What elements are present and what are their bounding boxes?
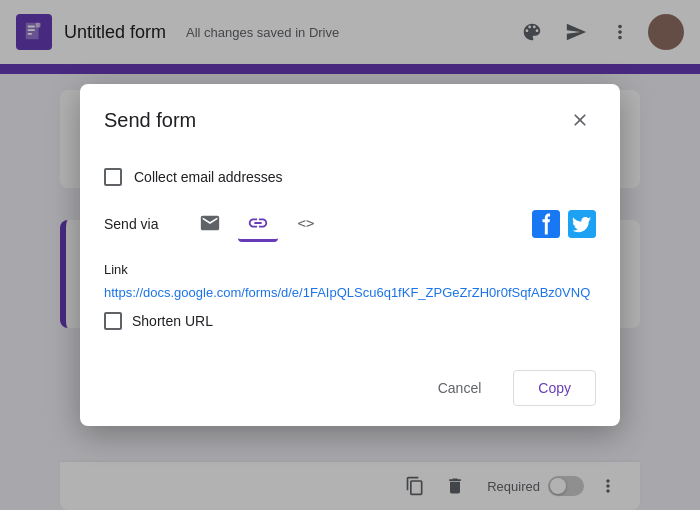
twitter-share-btn[interactable] xyxy=(568,210,596,238)
cancel-button[interactable]: Cancel xyxy=(414,370,506,406)
send-via-row: Send via <> xyxy=(104,206,596,242)
modal-footer: Cancel Copy xyxy=(80,362,620,426)
close-icon xyxy=(570,110,590,130)
shorten-url-row: Shorten URL xyxy=(104,312,596,330)
modal-header: Send form xyxy=(80,84,620,152)
twitter-icon xyxy=(568,210,596,238)
collect-email-label: Collect email addresses xyxy=(134,169,283,185)
collect-email-checkbox[interactable] xyxy=(104,168,122,186)
facebook-share-btn[interactable] xyxy=(532,210,560,238)
link-section-title: Link xyxy=(104,262,596,277)
social-share-icons xyxy=(532,210,596,238)
modal-close-button[interactable] xyxy=(564,104,596,136)
send-via-tabs: <> xyxy=(190,206,516,242)
facebook-icon xyxy=(532,210,560,238)
shorten-url-checkbox[interactable] xyxy=(104,312,122,330)
email-icon xyxy=(199,212,221,234)
modal-title: Send form xyxy=(104,109,196,132)
collect-email-row: Collect email addresses xyxy=(104,168,596,186)
link-icon xyxy=(247,212,269,234)
copy-button[interactable]: Copy xyxy=(513,370,596,406)
link-url-text: https://docs.google.com/forms/d/e/1FAIpQ… xyxy=(104,285,596,300)
shorten-url-label: Shorten URL xyxy=(132,313,213,329)
send-via-embed-tab[interactable]: <> xyxy=(286,206,326,242)
send-via-link-tab[interactable] xyxy=(238,206,278,242)
modal-body: Collect email addresses Send via xyxy=(80,152,620,362)
send-via-label: Send via xyxy=(104,216,174,232)
link-section: Link https://docs.google.com/forms/d/e/1… xyxy=(104,262,596,330)
send-via-email-tab[interactable] xyxy=(190,206,230,242)
send-form-modal: Send form Collect email addresses Send v… xyxy=(80,84,620,426)
